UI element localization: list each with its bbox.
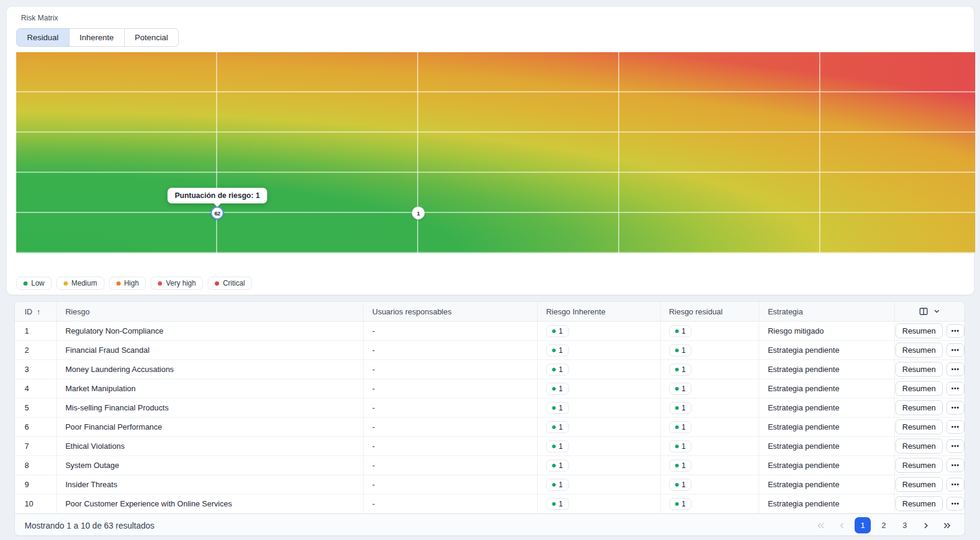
column-header-riesgo[interactable]: Riesgo: [57, 302, 364, 321]
resumen-button[interactable]: Resumen: [895, 343, 943, 358]
resumen-button[interactable]: Resumen: [895, 419, 943, 434]
legend-dot: [23, 281, 28, 286]
last-page-button[interactable]: [939, 517, 955, 533]
page-button-1[interactable]: 1: [855, 517, 871, 533]
cell-usuarios: -: [364, 437, 538, 455]
risk-level-badge: 1: [669, 344, 692, 356]
tab-inherente[interactable]: Inherente: [69, 28, 125, 47]
green-dot-icon: [675, 483, 679, 487]
cell-riesgo-inherente: 1: [538, 379, 661, 398]
heatmap-gradient: [16, 52, 975, 253]
cell-riesgo-residual: 1: [661, 456, 760, 475]
cell-riesgo-residual: 1: [661, 379, 760, 398]
cell-riesgo-inherente: 1: [538, 360, 661, 379]
first-page-button[interactable]: [813, 517, 829, 533]
row-menu-button[interactable]: •••: [946, 324, 964, 338]
badge-value: 1: [559, 404, 563, 412]
tab-potencial[interactable]: Potencial: [124, 28, 179, 47]
legend-item-very-high[interactable]: Very high: [151, 277, 203, 290]
column-header-id-label: ID: [25, 307, 32, 316]
legend-item-low[interactable]: Low: [16, 277, 52, 290]
green-dot-icon: [552, 464, 556, 467]
cell-estrategia: Estrategia pendiente: [759, 456, 895, 475]
risk-point-1[interactable]: 1: [412, 206, 425, 220]
badge-value: 1: [682, 481, 686, 489]
risk-level-badge: 1: [669, 402, 692, 414]
risk-point-62[interactable]: 62: [211, 206, 224, 220]
cell-actions: Resumen•••: [895, 418, 964, 436]
resumen-button[interactable]: Resumen: [895, 400, 943, 415]
column-header-usuarios[interactable]: Usuarios responsables: [364, 302, 538, 321]
risk-heatmap[interactable]: Puntuación de riesgo: 1 621: [16, 52, 975, 253]
cell-usuarios: -: [364, 379, 538, 398]
resumen-button[interactable]: Resumen: [895, 458, 943, 473]
page-button-2[interactable]: 2: [876, 517, 892, 533]
page-button-3[interactable]: 3: [897, 517, 913, 533]
row-menu-button[interactable]: •••: [946, 439, 964, 453]
green-dot-icon: [552, 368, 556, 371]
cell-riesgo-inherente: 1: [538, 398, 661, 417]
column-header-residual[interactable]: Riesgo residual: [661, 302, 760, 321]
cell-riesgo: Financial Fraud Scandal: [57, 341, 364, 359]
heatmap-legend: LowMediumHighVery highCritical: [16, 277, 252, 290]
pagination: 123: [813, 517, 955, 533]
green-dot-icon: [552, 387, 556, 391]
prev-page-button[interactable]: [834, 517, 850, 533]
column-settings-button[interactable]: [919, 307, 940, 316]
resumen-button[interactable]: Resumen: [895, 439, 943, 454]
column-header-inherente[interactable]: Riesgo Inherente: [538, 302, 661, 321]
results-summary: Mostrando 1 a 10 de 63 resultados: [25, 521, 154, 530]
row-menu-button[interactable]: •••: [946, 382, 964, 395]
green-dot-icon: [675, 445, 679, 448]
badge-value: 1: [682, 327, 686, 335]
column-header-id[interactable]: ID ↑: [15, 302, 57, 321]
legend-item-critical[interactable]: Critical: [208, 277, 252, 290]
green-dot-icon: [675, 329, 679, 333]
green-dot-icon: [675, 502, 679, 506]
row-menu-button[interactable]: •••: [946, 458, 964, 472]
cell-estrategia: Estrategia pendiente: [759, 379, 895, 398]
badge-value: 1: [559, 365, 563, 374]
cell-estrategia: Estrategia pendiente: [759, 437, 895, 455]
resumen-button[interactable]: Resumen: [895, 477, 943, 492]
resumen-button[interactable]: Resumen: [895, 381, 943, 396]
row-menu-button[interactable]: •••: [946, 497, 964, 511]
cell-usuarios: -: [364, 360, 538, 379]
next-page-button[interactable]: [918, 517, 934, 533]
row-menu-button[interactable]: •••: [946, 343, 964, 357]
cell-riesgo: Money Laundering Accusations: [57, 360, 364, 379]
cell-riesgo-residual: 1: [661, 418, 760, 436]
legend-item-high[interactable]: High: [109, 277, 146, 290]
cell-riesgo: Regulatory Non-Compliance: [57, 322, 364, 340]
cell-id: 3: [15, 360, 57, 379]
green-dot-icon: [552, 502, 556, 506]
risk-level-badge: 1: [546, 364, 569, 376]
column-header-estrategia[interactable]: Estrategia: [759, 302, 895, 321]
resumen-button[interactable]: Resumen: [895, 323, 943, 338]
columns-icon: [919, 307, 928, 316]
tab-residual[interactable]: Residual: [16, 28, 70, 47]
row-menu-button[interactable]: •••: [946, 420, 964, 434]
page: Risk Matrix ResidualInherentePotencial P…: [0, 0, 980, 540]
row-menu-button[interactable]: •••: [946, 478, 964, 491]
resumen-button[interactable]: Resumen: [895, 362, 943, 377]
cell-riesgo-inherente: 1: [538, 341, 661, 359]
cell-riesgo-residual: 1: [661, 494, 760, 513]
legend-label: Medium: [71, 279, 97, 287]
sort-ascending-icon: ↑: [37, 307, 41, 316]
row-menu-button[interactable]: •••: [946, 362, 964, 376]
cell-actions: Resumen•••: [895, 360, 964, 379]
row-menu-button[interactable]: •••: [946, 401, 964, 415]
table-row: 5Mis-selling Financial Products-11Estrat…: [15, 398, 964, 418]
risk-level-badge: 1: [669, 460, 692, 472]
cell-id: 8: [15, 456, 57, 475]
cell-estrategia: Estrategia pendiente: [759, 341, 895, 359]
legend-item-medium[interactable]: Medium: [56, 277, 104, 290]
resumen-button[interactable]: Resumen: [895, 496, 943, 511]
badge-value: 1: [559, 442, 563, 451]
cell-actions: Resumen•••: [895, 322, 964, 340]
risk-level-badge: 1: [669, 440, 692, 452]
chevron-down-icon: [933, 308, 940, 315]
cell-actions: Resumen•••: [895, 475, 964, 494]
green-dot-icon: [675, 368, 679, 371]
